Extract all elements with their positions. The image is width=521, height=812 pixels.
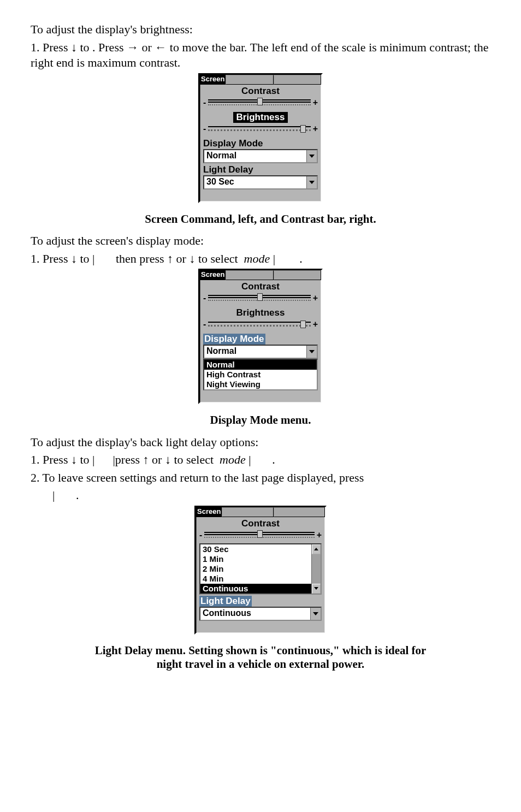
svg-marker-5 <box>313 612 318 615</box>
screen-panel-1: Screen Contrast - + Brightness - <box>198 73 323 203</box>
displaymode-step1: 1. Press ↓ to | then press ↑ or ↓ to sel… <box>31 251 490 267</box>
lightdelay-step2: 2. To leave screen settings and return t… <box>31 470 490 486</box>
chevron-down-icon[interactable] <box>306 150 317 162</box>
light-delay-value: 30 Sec <box>204 176 306 188</box>
contrast-slider[interactable]: - + <box>199 530 322 540</box>
tab-placeholder[interactable] <box>222 507 273 517</box>
light-delay-label: Light Delay <box>203 164 318 175</box>
display-mode-options[interactable]: Normal High Contrast Night Viewing <box>203 359 318 390</box>
text: 1. Press ↓ to <box>31 453 92 466</box>
option-1min[interactable]: 1 Min <box>200 554 311 564</box>
figure2-caption: Display Mode menu. <box>31 413 490 428</box>
chevron-down-icon[interactable] <box>306 176 317 188</box>
tab-screen[interactable]: Screen <box>200 270 226 280</box>
contrast-slider[interactable]: - + <box>203 293 318 303</box>
brightness-slider[interactable]: - + <box>203 124 318 134</box>
brightness-label: Brightness <box>203 307 318 318</box>
plus-icon: + <box>313 124 318 134</box>
light-delay-dropdown[interactable]: Continuous <box>199 607 322 621</box>
lightdelay-intro: To adjust the display's back light delay… <box>31 435 490 451</box>
minus-icon: - <box>203 293 206 303</box>
text: | then press ↑ or ↓ to select <box>92 252 241 265</box>
option-continuous[interactable]: Continuous <box>200 584 311 594</box>
light-delay-dropdown[interactable]: 30 Sec <box>203 175 318 189</box>
option-2min[interactable]: 2 Min <box>200 564 311 574</box>
screen-panel-3: Screen Contrast - + 30 Sec 1 Min <box>194 506 327 635</box>
tab-placeholder[interactable] <box>274 507 325 517</box>
contrast-label: Contrast <box>203 281 318 292</box>
minus-icon: - <box>203 124 206 134</box>
plus-icon: + <box>313 293 318 303</box>
light-delay-value: Continuous <box>200 608 310 620</box>
light-delay-options[interactable]: 30 Sec 1 Min 2 Min 4 Min Continuous <box>199 543 322 595</box>
brightness-step1: 1. Press ↓ to . Press → or ← to move the… <box>31 40 490 71</box>
displaymode-intro: To adjust the screen's display mode: <box>31 233 490 249</box>
display-mode-dropdown[interactable]: Normal <box>203 149 318 163</box>
display-mode-value: Normal <box>204 150 306 162</box>
display-mode-label: Display Mode <box>203 334 318 345</box>
scroll-up-icon[interactable] <box>312 544 321 554</box>
option-high-contrast[interactable]: High Contrast <box>204 370 317 380</box>
option-normal[interactable]: Normal <box>204 360 317 370</box>
screen-panel-2: Screen Contrast - + Brightness - <box>198 269 323 404</box>
lightdelay-step2b: | . <box>31 488 490 503</box>
display-mode-dropdown[interactable]: Normal <box>203 345 318 359</box>
text-mode: mode <box>220 453 246 466</box>
figure3-caption-line1: Light Delay menu. Setting shown is "cont… <box>31 643 490 658</box>
brightness-intro: To adjust the display's brightness: <box>31 22 490 38</box>
minus-icon: - <box>203 319 206 329</box>
minus-icon: - <box>199 530 202 540</box>
scroll-down-icon[interactable] <box>312 584 321 594</box>
figure1-caption: Screen Command, left, and Contrast bar, … <box>31 212 490 227</box>
tab-placeholder[interactable] <box>226 270 273 280</box>
contrast-slider[interactable]: - + <box>203 98 318 108</box>
text: | . <box>273 252 303 265</box>
text-mode: mode <box>244 252 270 265</box>
option-night-viewing[interactable]: Night Viewing <box>204 380 317 389</box>
display-mode-value: Normal <box>204 346 306 358</box>
scrollbar[interactable] <box>311 544 321 594</box>
figure3-caption-line2: night travel in a vehicle on external po… <box>31 657 490 672</box>
text: 1. Press ↓ to <box>31 252 92 265</box>
tab-placeholder[interactable] <box>274 270 321 280</box>
scroll-track[interactable] <box>312 554 321 584</box>
plus-icon: + <box>313 319 318 329</box>
text: | |press ↑ or ↓ to select <box>92 453 217 466</box>
contrast-label: Contrast <box>203 86 318 97</box>
plus-icon: + <box>317 530 322 540</box>
svg-marker-0 <box>309 155 315 158</box>
tab-placeholder[interactable] <box>274 75 321 85</box>
svg-marker-2 <box>309 350 315 353</box>
tab-screen[interactable]: Screen <box>200 75 226 85</box>
svg-marker-3 <box>314 548 318 550</box>
text: 1. Press ↓ to <box>31 40 92 54</box>
svg-marker-4 <box>314 587 318 590</box>
lightdelay-step1: 1. Press ↓ to | |press ↑ or ↓ to select … <box>31 452 490 468</box>
text: . Press → or ← to move the bar. The left… <box>31 40 489 70</box>
tab-placeholder[interactable] <box>226 75 273 85</box>
light-delay-label: Light Delay <box>199 596 322 607</box>
option-30sec[interactable]: 30 Sec <box>200 544 311 554</box>
svg-marker-1 <box>309 181 315 184</box>
chevron-down-icon[interactable] <box>306 346 317 358</box>
display-mode-label: Display Mode <box>203 138 318 149</box>
tab-screen[interactable]: Screen <box>196 507 222 517</box>
plus-icon: + <box>313 98 318 108</box>
option-4min[interactable]: 4 Min <box>200 574 311 584</box>
brightness-slider[interactable]: - + <box>203 319 318 329</box>
chevron-down-icon[interactable] <box>310 608 321 620</box>
contrast-label: Contrast <box>199 518 322 529</box>
minus-icon: - <box>203 98 206 108</box>
text: | . <box>248 453 275 466</box>
brightness-label: Brightness <box>203 112 318 123</box>
